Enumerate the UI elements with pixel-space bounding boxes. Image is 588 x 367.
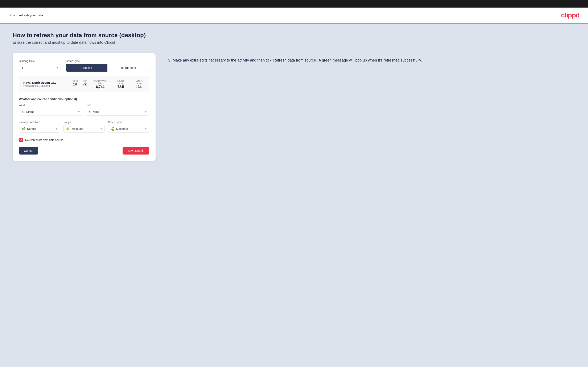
course-location: Westward Ho!, England bbox=[23, 84, 72, 87]
slope-rating-value: 134 bbox=[136, 85, 142, 89]
page-title: How to refresh your data from source (de… bbox=[13, 32, 575, 39]
tournament-button[interactable]: Tournament bbox=[107, 64, 149, 72]
fairway-value: Normal bbox=[27, 127, 55, 130]
wind-label: Wind bbox=[19, 104, 82, 107]
yards-stat: Yards/White (M)) 6,744 bbox=[92, 80, 109, 89]
green-speed-select[interactable]: ⛳ Moderate ▼ bbox=[108, 125, 149, 133]
yards-value: 6,744 bbox=[96, 85, 104, 89]
green-speed-label: Green Speed bbox=[108, 121, 149, 124]
save-button[interactable]: Save Details bbox=[122, 147, 149, 155]
course-name: Royal North Devon GC, bbox=[23, 81, 72, 84]
wind-icon: 🌬 bbox=[21, 110, 25, 114]
practice-button[interactable]: Practice bbox=[66, 64, 108, 72]
form-card: Starting Hole 1 10 ▼ Game Type Practice … bbox=[13, 53, 156, 161]
rain-group: Rain ☀ None ▼ bbox=[86, 104, 149, 116]
green-speed-group: Green Speed ⛳ Moderate ▼ bbox=[108, 121, 149, 133]
starting-hole-select[interactable]: 1 10 bbox=[19, 64, 61, 72]
conditions-section: Weather and course conditions (optional)… bbox=[19, 97, 149, 133]
green-speed-value: Moderate bbox=[116, 127, 145, 130]
fairway-select[interactable]: 🌿 Normal ▼ bbox=[19, 125, 60, 133]
par-stat: Par 72 bbox=[83, 80, 86, 89]
rough-select[interactable]: 🌾 Moderate ▼ bbox=[63, 125, 105, 133]
fairway-group: Fairway Conditions 🌿 Normal ▼ bbox=[19, 121, 60, 133]
logo: clippd bbox=[561, 11, 579, 19]
instruction-text: 3) Make any extra edits necessary to the… bbox=[168, 57, 575, 63]
slope-rating-label: Slope rating bbox=[133, 80, 145, 85]
yards-label: Yards/White (M)) bbox=[92, 80, 109, 85]
course-rating-label: Course rating bbox=[114, 80, 128, 85]
wind-group: Wind 🌬 Strong ▼ bbox=[19, 104, 82, 116]
holes-value: 18 bbox=[73, 83, 77, 86]
rain-value: None bbox=[93, 110, 145, 113]
fairway-chevron-icon: ▼ bbox=[55, 128, 58, 130]
page-subtitle: Ensure the correct and most up to date d… bbox=[13, 40, 575, 45]
breadcrumb: How to refresh your data bbox=[9, 13, 43, 17]
wind-chevron-icon: ▼ bbox=[78, 110, 80, 113]
instruction-panel: 3) Make any extra edits necessary to the… bbox=[168, 53, 575, 63]
starting-hole-label: Starting Hole bbox=[19, 59, 61, 63]
refresh-checkbox-row: Refresh shots from data source bbox=[19, 138, 149, 142]
wind-value: Strong bbox=[26, 110, 78, 113]
rain-icon: ☀ bbox=[88, 110, 91, 114]
holes-label: Holes bbox=[72, 80, 78, 82]
cancel-button[interactable]: Cancel bbox=[19, 147, 38, 155]
rough-value: Moderate bbox=[72, 127, 100, 130]
rough-chevron-icon: ▼ bbox=[100, 128, 102, 130]
refresh-checkbox-label: Refresh shots from data source bbox=[25, 138, 63, 142]
game-type-toggle: Practice Tournament bbox=[66, 64, 149, 72]
rough-group: Rough 🌾 Moderate ▼ bbox=[63, 121, 105, 133]
slope-rating-stat: Slope rating 134 bbox=[133, 80, 145, 89]
par-label: Par bbox=[83, 80, 86, 82]
game-type-group: Game Type Practice Tournament bbox=[66, 59, 149, 72]
rain-select[interactable]: ☀ None ▼ bbox=[86, 108, 149, 116]
green-speed-icon: ⛳ bbox=[110, 127, 115, 131]
course-rating-stat: Course rating 72.5 bbox=[114, 80, 128, 89]
fairway-label: Fairway Conditions bbox=[19, 121, 60, 124]
green-speed-chevron-icon: ▼ bbox=[145, 128, 147, 130]
game-type-label: Game Type bbox=[66, 59, 149, 63]
form-actions: Cancel Save Details bbox=[19, 147, 149, 155]
rough-label: Rough bbox=[63, 121, 105, 124]
fairway-icon: 🌿 bbox=[21, 127, 26, 131]
par-value: 72 bbox=[83, 83, 86, 86]
conditions-title: Weather and course conditions (optional) bbox=[19, 97, 149, 101]
rain-chevron-icon: ▼ bbox=[145, 111, 147, 113]
holes-stat: Holes 18 bbox=[72, 80, 78, 89]
refresh-checkbox[interactable] bbox=[19, 138, 23, 142]
course-rating-value: 72.5 bbox=[118, 85, 124, 89]
starting-hole-group: Starting Hole 1 10 ▼ bbox=[19, 59, 61, 72]
course-info-row: Royal North Devon GC, Westward Ho!, Engl… bbox=[19, 76, 149, 92]
rain-label: Rain bbox=[86, 104, 149, 107]
rough-icon: 🌾 bbox=[66, 127, 70, 131]
wind-select[interactable]: 🌬 Strong ▼ bbox=[19, 108, 82, 116]
